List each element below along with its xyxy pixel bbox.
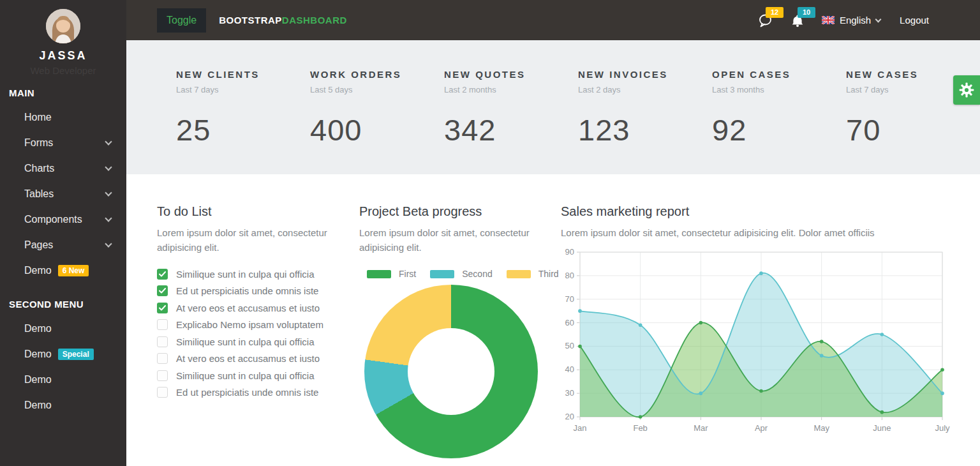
checkbox-checked[interactable] bbox=[157, 303, 168, 313]
sidebar-item-badge: 6 New bbox=[58, 265, 89, 276]
todo-title: To do List bbox=[157, 204, 348, 219]
language-label: English bbox=[840, 15, 871, 26]
todo-item-label: Explicabo Nemo ipsam voluptatem bbox=[176, 319, 323, 330]
sidebar-item-components[interactable]: Components bbox=[0, 207, 126, 232]
todo-item: Ed ut perspiciatis unde omnis iste bbox=[157, 384, 348, 402]
todo-list: Similique sunt in culpa qui officiaEd ut… bbox=[157, 266, 348, 401]
chevron-down-icon bbox=[105, 214, 112, 222]
sidebar-item-charts[interactable]: Charts bbox=[0, 156, 126, 181]
logout-button[interactable]: Logout bbox=[900, 15, 929, 26]
stat-title: NEW QUOTES bbox=[444, 69, 578, 80]
top-navbar: Toggle BOOTSTRAPDASHBOARD 12 10 bbox=[126, 0, 980, 40]
todo-item-label: At vero eos et accusamus et iusto bbox=[176, 303, 320, 313]
stats-band: NEW CLIENTSLast 7 days25WORK ORDERSLast … bbox=[126, 40, 980, 174]
stat-period: Last 2 days bbox=[578, 85, 712, 94]
sidebar-item-demo[interactable]: Demo6 New bbox=[0, 258, 126, 283]
todo-item: Explicabo Nemo ipsam voluptatem bbox=[157, 317, 348, 334]
stat-card: NEW CLIENTSLast 7 days25 bbox=[176, 69, 310, 174]
stat-card: NEW QUOTESLast 2 months342 bbox=[444, 69, 578, 174]
language-selector[interactable]: English bbox=[822, 15, 883, 26]
chevron-down-icon bbox=[105, 189, 112, 196]
brand-logo[interactable]: BOOTSTRAPDASHBOARD bbox=[219, 15, 347, 26]
stat-value: 342 bbox=[444, 112, 578, 147]
svg-text:Jan: Jan bbox=[574, 423, 587, 433]
sales-report-panel: Sales marketing report Lorem ipsum dolor… bbox=[561, 204, 980, 439]
sidebar-item-pages[interactable]: Pages bbox=[0, 232, 126, 258]
gear-icon bbox=[958, 82, 975, 98]
checkbox-checked[interactable] bbox=[157, 285, 168, 296]
sidebar-item-demo[interactable]: DemoSpecial bbox=[0, 342, 126, 367]
stat-value: 92 bbox=[712, 112, 846, 147]
sidebar-item-label: Charts bbox=[24, 163, 54, 174]
sidebar-item-demo[interactable]: Demo bbox=[0, 393, 126, 418]
sidebar-item-label: Demo bbox=[24, 400, 52, 411]
stat-value: 400 bbox=[310, 112, 444, 147]
stat-period: Last 7 days bbox=[176, 85, 310, 94]
todo-item-label: Ed ut perspiciatis unde omnis iste bbox=[176, 387, 318, 398]
stat-value: 70 bbox=[846, 112, 980, 147]
legend-label: Second bbox=[462, 269, 492, 279]
notifications-count-badge: 10 bbox=[798, 7, 815, 18]
sidebar-item-label: Demo bbox=[24, 349, 52, 360]
todo-item: Similique sunt in culpa qui officia bbox=[157, 266, 348, 283]
main-content: To do List Lorem ipsum dolor sit amet, c… bbox=[126, 174, 980, 466]
sidebar-item-demo[interactable]: Demo bbox=[0, 316, 126, 342]
project-beta-panel: Project Beta progress Lorem ipsum dolor … bbox=[359, 204, 552, 458]
notifications-button[interactable]: 10 bbox=[790, 13, 805, 28]
stat-period: Last 5 days bbox=[310, 85, 444, 94]
checkbox-unchecked[interactable] bbox=[157, 336, 168, 347]
stat-title: WORK ORDERS bbox=[310, 69, 444, 80]
todo-item: Similique sunt in culpa qui officia bbox=[157, 367, 348, 384]
stat-card: WORK ORDERSLast 5 days400 bbox=[310, 69, 444, 174]
checkbox-checked[interactable] bbox=[157, 269, 168, 280]
sidebar-item-label: Demo bbox=[24, 323, 52, 334]
sales-line-chart: 2030405060708090JanFebMarAprMayJuneJuly bbox=[561, 246, 963, 439]
checkbox-unchecked[interactable] bbox=[157, 353, 168, 364]
chevron-down-icon bbox=[105, 240, 112, 247]
sidebar-item-label: Home bbox=[24, 112, 52, 123]
messages-button[interactable]: 12 bbox=[758, 13, 773, 28]
settings-button[interactable] bbox=[953, 75, 980, 105]
todo-item: Ed ut perspiciatis unde omnis iste bbox=[157, 283, 348, 300]
todo-item-label: Ed ut perspiciatis unde omnis iste bbox=[176, 285, 318, 296]
svg-text:60: 60 bbox=[565, 317, 574, 327]
todo-item: At vero eos et accusamus et iusto bbox=[157, 350, 348, 368]
stat-value: 123 bbox=[578, 112, 712, 147]
sidebar-item-demo[interactable]: Demo bbox=[0, 367, 126, 393]
stat-card: OPEN CASESLast 3 months92 bbox=[712, 69, 846, 174]
avatar[interactable] bbox=[46, 9, 80, 43]
sidebar-item-label: Components bbox=[24, 214, 82, 225]
sidebar-item-forms[interactable]: Forms bbox=[0, 130, 126, 156]
stat-title: NEW CLIENTS bbox=[176, 69, 310, 80]
sidebar-item-tables[interactable]: Tables bbox=[0, 181, 126, 207]
todo-item-label: Similique sunt in culpa qui officia bbox=[176, 336, 315, 347]
brand-bootstrap: BOOTSTRAP bbox=[219, 15, 282, 26]
svg-text:80: 80 bbox=[565, 270, 574, 280]
stat-title: NEW INVOICES bbox=[578, 69, 712, 80]
svg-text:Feb: Feb bbox=[633, 423, 647, 433]
navbar-right: 12 10 English Logout bbox=[758, 13, 929, 28]
sidebar-toggle-button[interactable]: Toggle bbox=[157, 8, 206, 33]
todo-description: Lorem ipsum dolor sit amet, consectetur … bbox=[157, 226, 348, 255]
sidebar-item-home[interactable]: Home bbox=[0, 105, 126, 130]
uk-flag-icon bbox=[822, 16, 835, 24]
svg-text:Apr: Apr bbox=[755, 423, 768, 433]
chevron-down-icon bbox=[105, 138, 112, 145]
beta-title: Project Beta progress bbox=[359, 204, 552, 219]
sidebar-item-label: Demo bbox=[24, 374, 52, 386]
sidebar: JASSA Web Developer MAINHomeFormsChartsT… bbox=[0, 0, 126, 466]
stat-card: NEW INVOICESLast 2 days123 bbox=[578, 69, 712, 174]
todo-item: At vero eos et accusamus et iusto bbox=[157, 299, 348, 317]
checkbox-unchecked[interactable] bbox=[157, 370, 168, 381]
sidebar-section-title: MAIN bbox=[0, 76, 126, 105]
todo-item-label: Similique sunt in culpa qui officia bbox=[176, 370, 315, 381]
sidebar-section-title: SECOND MENU bbox=[0, 287, 126, 316]
todo-panel: To do List Lorem ipsum dolor sit amet, c… bbox=[157, 204, 348, 401]
sidebar-item-label: Forms bbox=[24, 137, 53, 149]
sidebar-item-label: Tables bbox=[24, 188, 54, 200]
messages-count-badge: 12 bbox=[766, 7, 783, 18]
checkbox-unchecked[interactable] bbox=[157, 319, 168, 330]
checkbox-unchecked[interactable] bbox=[157, 387, 168, 398]
sales-title: Sales marketing report bbox=[561, 204, 980, 219]
brand-dashboard: DASHBOARD bbox=[282, 15, 347, 26]
